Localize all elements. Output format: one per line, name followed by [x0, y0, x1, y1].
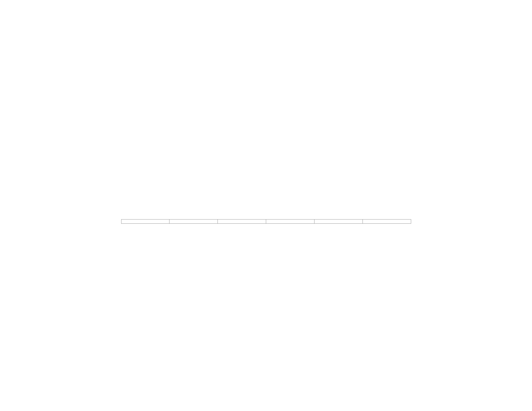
col-finish	[314, 220, 363, 224]
col-start	[266, 220, 314, 224]
col-predecessors	[363, 220, 411, 224]
page	[0, 0, 532, 253]
task-table	[121, 219, 411, 224]
mindmap-svg	[26, 19, 506, 206]
mindmap	[26, 19, 506, 206]
table-header-row	[121, 220, 411, 224]
col-task-name	[169, 220, 218, 224]
col-duration	[218, 220, 266, 224]
col-task-mode	[121, 220, 169, 224]
